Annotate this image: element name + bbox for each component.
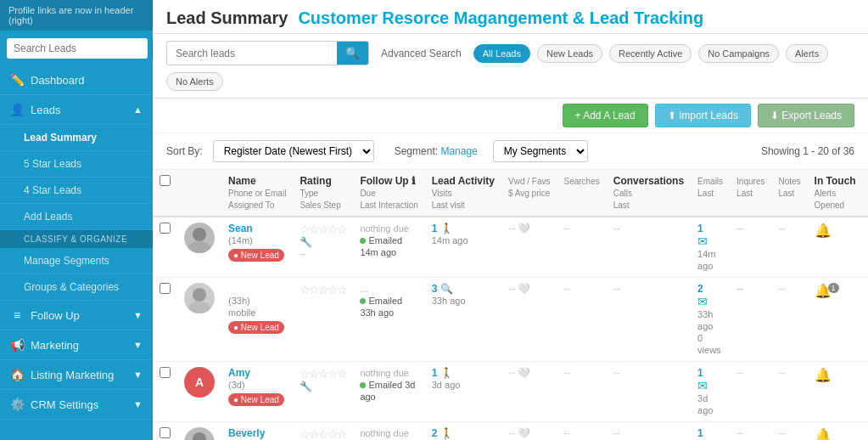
sidebar-item-listing-marketing[interactable]: 🏠 Listing Marketing ▼ (0, 360, 153, 390)
leads-icon: 👤 (10, 103, 24, 116)
row-checkbox[interactable] (160, 283, 171, 294)
sidebar-item-lead-summary[interactable]: Lead Summary (0, 125, 153, 151)
col-name: NamePhone or EmailAssigned To (221, 170, 293, 217)
email-icon: ✉ (697, 234, 708, 248)
segment-label: Segment: Manage (395, 145, 478, 157)
visits-cell: 1 🚶 14m ago (425, 217, 501, 278)
toolbar: 🔍 Advanced Search All Leads New Leads Re… (153, 34, 868, 99)
sidebar-item-label: Marketing (31, 339, 79, 352)
showing-label: Showing 1 - 20 of 36 (761, 145, 854, 157)
sidebar-item-groups-categories[interactable]: Groups & Categories (0, 274, 153, 301)
search-input[interactable] (167, 43, 337, 64)
import-leads-button[interactable]: ⬆ Import Leads (655, 104, 751, 127)
emails-cell: 1 ✉ 3d ago (691, 362, 730, 422)
col-notes: NotesLast (771, 170, 807, 217)
rating-stars[interactable]: ☆☆☆☆☆ (300, 427, 346, 440)
select-all-checkbox[interactable] (160, 175, 171, 186)
calls-cell: -- (607, 422, 691, 441)
segment-manage-link[interactable]: Manage (440, 145, 477, 157)
sidebar-item-4star[interactable]: 4 Star Leads (0, 178, 153, 204)
sidebar-item-marketing[interactable]: 📢 Marketing ▼ (0, 330, 153, 360)
lead-name-link[interactable]: Beverly (228, 427, 265, 439)
rating-cell: ☆☆☆☆☆ 🔧 – (293, 217, 353, 278)
sidebar-search-area: 🔍 ℹ (0, 31, 153, 65)
filter-alerts[interactable]: Alerts (786, 44, 828, 63)
sidebar-item-label: Listing Marketing (31, 369, 114, 381)
search-cell: -- (557, 217, 606, 278)
lead-name-cell: (33h) mobile ● New Lead (221, 278, 293, 362)
main-header: Lead Summary Customer Resorce Magangemen… (153, 0, 868, 34)
new-lead-badge: ● New Lead (228, 393, 284, 406)
col-followup: Follow Up ℹDueLast Interaction (353, 170, 424, 217)
sidebar-item-label: CRM Settings (31, 398, 98, 411)
filter-no-campaigns[interactable]: No Campaigns (698, 44, 779, 63)
segment-select[interactable]: My Segments (493, 140, 588, 162)
page-title: Customer Resorce Magangement & Lead Trac… (298, 8, 703, 28)
filter-new-leads[interactable]: New Leads (537, 44, 602, 63)
drip-cell: 🔥 (863, 217, 868, 278)
sidebar-item-dashboard[interactable]: ✏️ Dashboard (0, 65, 153, 95)
lead-name-link[interactable]: Sean (228, 223, 253, 234)
col-activity-extra: Vwd / Favs$ Avg price (501, 170, 557, 217)
export-leads-button[interactable]: ⬇ Export Leads (758, 104, 854, 127)
rating-cell: ☆☆☆☆☆ (293, 278, 353, 362)
row-checkbox[interactable] (160, 223, 171, 234)
sidebar-item-add-leads[interactable]: Add Leads (0, 204, 153, 230)
followup-cell: nothing due Emailed 14m ago (353, 217, 424, 278)
last-visit: 14m ago (432, 235, 468, 245)
chevron-down-icon: ▼ (133, 340, 143, 350)
bell-icon: 🔔 (815, 368, 832, 382)
search-cell: -- (557, 362, 606, 422)
notes-cell: -- (771, 362, 807, 422)
sort-label: Sort By: (166, 145, 203, 157)
sidebar-item-5star[interactable]: 5 Star Leads (0, 151, 153, 178)
sidebar-item-manage-segments[interactable]: Manage Segments (0, 248, 153, 274)
svg-point-4 (193, 432, 206, 440)
rating-stars[interactable]: ☆☆☆☆☆ (300, 367, 346, 381)
col-intouch: In TouchAlertsOpened (808, 170, 863, 217)
email-icon: ✉ (697, 379, 708, 392)
filter-no-alerts[interactable]: No Alerts (166, 72, 223, 91)
sidebar-item-label: Follow Up (31, 309, 80, 322)
chevron-up-icon: ▲ (133, 104, 143, 115)
visits-cell: 1 🚶 3d ago (425, 362, 501, 422)
avatar (184, 427, 215, 440)
followup-cell: ... Emailed 33h ago (353, 278, 424, 362)
svg-point-0 (193, 228, 206, 241)
sidebar-search-input[interactable] (7, 38, 148, 59)
new-lead-badge: ● New Lead (228, 321, 284, 334)
search-cell: -- (557, 278, 606, 362)
bell-icon: 🔔 (815, 223, 832, 238)
drip-cell: 🔥 (863, 422, 868, 441)
row-checkbox[interactable] (160, 427, 171, 438)
sidebar-item-leads[interactable]: 👤 Leads ▲ (0, 95, 153, 125)
rating-cell: ☆☆☆☆☆ 🔧 (293, 362, 353, 422)
filter-recently-active[interactable]: Recently Active (609, 44, 692, 63)
table-row: Beverly ··· ● New Lead ☆☆☆☆☆ nothing due… (153, 422, 868, 441)
sidebar-item-crm-settings[interactable]: ⚙️ CRM Settings ▼ (0, 390, 153, 420)
advanced-search-button[interactable]: Advanced Search (376, 44, 467, 63)
avatar (184, 223, 215, 253)
sort-select[interactable]: Register Date (Newest First) (213, 140, 374, 162)
rating-stars[interactable]: ☆☆☆☆☆ (300, 223, 346, 236)
sidebar-item-follow-up[interactable]: ≡ Follow Up ▼ (0, 301, 153, 330)
row-checkbox[interactable] (160, 367, 171, 378)
visit-count: 2 🚶 (432, 427, 453, 439)
table-row: A Amy (3d) ● New Lead ☆☆☆☆☆ 🔧 nothing du… (153, 362, 868, 422)
sidebar-header: Profile links are now in header (right) (0, 0, 153, 31)
search-button[interactable]: 🔍 (337, 42, 368, 65)
col-searches: Searches (557, 170, 606, 217)
col-conversations: ConversationsCallsLast (607, 170, 691, 217)
add-lead-button[interactable]: + Add A Lead (563, 104, 648, 127)
notes-cell: -- (771, 278, 807, 362)
avatar: A (184, 367, 215, 398)
followup-status: ... (360, 284, 367, 294)
visits-cell: 2 🚶 (425, 422, 501, 441)
rating-stars[interactable]: ☆☆☆☆☆ (300, 283, 346, 296)
lead-name-link[interactable]: Amy (228, 367, 250, 379)
lead-name-cell: Beverly ··· ● New Lead (221, 422, 293, 441)
followup-icon: ≡ (10, 308, 24, 322)
visit-count: 1 🚶 (432, 223, 453, 234)
filter-all-leads[interactable]: All Leads (473, 44, 530, 63)
inquires-cell: -- (730, 362, 771, 422)
